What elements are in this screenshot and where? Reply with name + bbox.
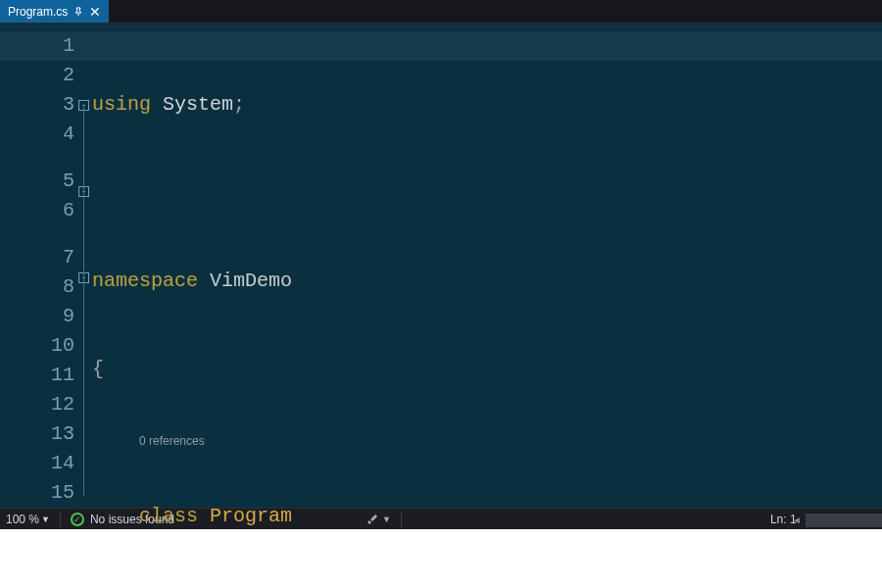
- editor[interactable]: 1 2 3 4 5 6 7 8 9 10 11 12 13 14 15 - - …: [0, 24, 882, 508]
- fold-guide: [83, 104, 84, 496]
- code-line: {: [92, 355, 882, 384]
- code-line: class Program: [92, 502, 882, 531]
- chevron-down-icon: ▼: [41, 514, 50, 524]
- close-icon[interactable]: ✕: [89, 6, 101, 18]
- line-number: 1: [0, 31, 78, 61]
- code-content[interactable]: using System; namespace VimDemo { 0 refe…: [92, 24, 882, 508]
- line-number: 4: [0, 120, 78, 149]
- line-number: 15: [0, 478, 78, 508]
- tab-bar: Program.cs ✕: [0, 0, 882, 24]
- divider: [60, 512, 61, 527]
- code-line: [92, 178, 882, 208]
- horizontal-scrollbar[interactable]: ◄ ►: [806, 512, 882, 527]
- scrollbar-thumb[interactable]: [806, 514, 882, 527]
- code-line: namespace VimDemo: [92, 267, 882, 296]
- line-number: 5: [0, 167, 78, 196]
- scroll-left-icon[interactable]: ◄: [788, 512, 806, 529]
- tab-program-cs[interactable]: Program.cs ✕: [0, 0, 109, 23]
- chevron-down-icon: ▼: [382, 514, 391, 524]
- brush-icon: [366, 513, 379, 526]
- line-number: 11: [0, 361, 78, 390]
- code-line: using System;: [92, 90, 882, 120]
- line-number: 10: [0, 331, 78, 361]
- zoom-value: 100 %: [6, 513, 39, 526]
- zoom-control[interactable]: 100 % ▼: [6, 513, 50, 526]
- codelens-references[interactable]: 0 references: [92, 425, 882, 443]
- line-number: 6: [0, 196, 78, 225]
- line-number: 9: [0, 302, 78, 331]
- pin-icon[interactable]: [74, 7, 83, 17]
- tab-label: Program.cs: [8, 5, 68, 19]
- line-number: 7: [0, 243, 78, 272]
- fold-column: - - -: [78, 24, 92, 508]
- line-number: 2: [0, 61, 78, 90]
- check-circle-icon: ✓: [71, 513, 84, 526]
- line-number: 13: [0, 419, 78, 449]
- line-number: 3: [0, 90, 78, 120]
- line-number-gutter: 1 2 3 4 5 6 7 8 9 10 11 12 13 14 15: [0, 24, 78, 508]
- line-number: 8: [0, 272, 78, 302]
- line-number: 12: [0, 390, 78, 419]
- cleanup-control[interactable]: ▼: [366, 513, 391, 526]
- line-number: 14: [0, 449, 78, 478]
